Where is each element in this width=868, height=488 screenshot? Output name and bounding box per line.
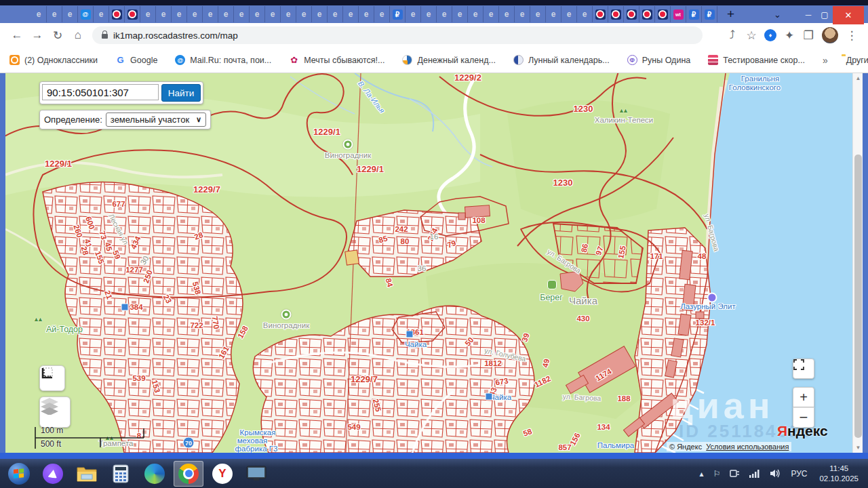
browser-tab[interactable]: е	[47, 6, 62, 22]
bookmark-item[interactable]: Денежный календ...	[402, 55, 495, 65]
bookmark-item[interactable]: ΦРуны Одина	[627, 55, 691, 65]
lock-icon[interactable]	[102, 34, 108, 39]
browser-tab[interactable]: е	[281, 6, 296, 22]
browser-tab[interactable]: е	[374, 6, 390, 22]
browser-tab[interactable]: е	[515, 6, 530, 22]
browser-tab[interactable]: @	[78, 6, 94, 22]
other-bookmarks[interactable]: Другие закладки	[846, 56, 868, 65]
browser-tab[interactable]: ₽	[702, 6, 717, 22]
page-scrollbar[interactable]: ▲ ▼	[852, 73, 863, 453]
volume-icon[interactable]	[770, 469, 781, 478]
language-indicator[interactable]: РУС	[791, 469, 807, 479]
browser-tab[interactable]: е	[250, 6, 265, 22]
browser-tab[interactable]: ₽	[390, 6, 406, 22]
browser-tab[interactable]: е	[499, 6, 515, 22]
profile-avatar[interactable]	[822, 27, 838, 43]
measure-tool-button[interactable]	[39, 365, 65, 391]
reload-icon[interactable]: ↻	[47, 28, 68, 43]
browser-tab[interactable]: е	[343, 6, 359, 22]
browser-tab[interactable]: е	[94, 6, 109, 22]
bookmark-item[interactable]: ✿Мечты сбываются!...	[289, 55, 384, 65]
browser-tab[interactable]: е	[172, 6, 187, 22]
cadastre-search-input[interactable]	[42, 84, 159, 100]
layers-button[interactable]	[39, 396, 71, 428]
taskbar-item-explorer[interactable]	[72, 461, 102, 487]
object-type-select[interactable]: земельный участок ∨	[106, 113, 206, 127]
share-icon[interactable]: ⤴	[723, 28, 742, 42]
browser-tab[interactable]	[655, 6, 671, 22]
home-icon[interactable]: ⌂	[68, 28, 88, 42]
bookmark-item[interactable]: @Mail.Ru: почта, пои...	[175, 55, 271, 65]
back-icon[interactable]: ←	[7, 28, 27, 42]
browser-tab[interactable]: ₽	[686, 6, 702, 22]
search-button[interactable]: Найти	[161, 84, 201, 102]
extensions-puzzle-icon[interactable]: ✦	[780, 28, 799, 43]
fullscreen-button[interactable]	[793, 359, 814, 379]
bookmarks-overflow-chevron[interactable]: »	[823, 55, 828, 66]
browser-tab[interactable]: е	[530, 6, 546, 22]
start-button[interactable]	[4, 461, 34, 487]
forward-icon[interactable]: →	[27, 28, 47, 42]
browser-tab[interactable]: е	[577, 6, 593, 22]
taskbar-item-media-player[interactable]	[241, 461, 271, 487]
new-tab-button[interactable]: +	[727, 7, 734, 22]
minimize-button[interactable]: ─	[800, 6, 816, 24]
browser-tab[interactable]: е	[140, 6, 156, 22]
yandex-logo[interactable]: Яндекс	[777, 423, 828, 439]
browser-tab[interactable]: е	[561, 6, 577, 22]
browser-tab[interactable]: е	[234, 6, 250, 22]
close-button[interactable]: ✕	[833, 6, 864, 24]
browser-tab[interactable]	[608, 6, 624, 22]
extension-icon[interactable]: ♦	[764, 29, 776, 41]
browser-tab[interactable]: е	[406, 6, 421, 22]
sidebar-icon[interactable]: ❐	[799, 28, 818, 43]
browser-tab[interactable]: е	[468, 6, 484, 22]
action-center-flag-icon[interactable]: ⚐	[713, 469, 721, 479]
bookmark-star-icon[interactable]: ☆	[742, 28, 761, 43]
browser-tab[interactable]: е	[359, 6, 374, 22]
browser-tab[interactable]: е	[437, 6, 452, 22]
browser-tab[interactable]: е	[203, 6, 218, 22]
taskbar-item-alisa[interactable]	[38, 461, 68, 487]
scroll-up-icon[interactable]: ▲	[853, 73, 863, 83]
browser-tab[interactable]	[125, 6, 140, 22]
taskbar-item-calculator[interactable]	[106, 461, 136, 487]
maximize-button[interactable]: ▢	[816, 6, 833, 24]
network-icon[interactable]	[730, 469, 740, 478]
taskbar-item-edge[interactable]	[140, 461, 170, 487]
map-canvas[interactable]	[5, 73, 852, 453]
browser-tab[interactable]: е	[296, 6, 312, 22]
browser-tab[interactable]: е	[156, 6, 172, 22]
tab-search-chevron-icon[interactable]: ⌄	[774, 9, 781, 20]
tray-expand-icon[interactable]: ▴	[700, 469, 704, 479]
signal-bars-icon[interactable]	[749, 470, 760, 478]
browser-tab[interactable]: wt	[671, 6, 686, 22]
browser-tab[interactable]: е	[31, 6, 47, 22]
taskbar-item-chrome-active[interactable]	[174, 461, 203, 487]
browser-tab[interactable]: е	[421, 6, 437, 22]
scroll-down-icon[interactable]: ▼	[853, 443, 863, 453]
zoom-in-button[interactable]: +	[793, 387, 814, 407]
browser-tab[interactable]: е	[328, 6, 343, 22]
menu-dots-icon[interactable]: ⋮	[842, 28, 861, 43]
clock[interactable]: 11:45 02.10.2025	[819, 464, 859, 484]
browser-tab[interactable]	[639, 6, 655, 22]
browser-tab[interactable]: е	[265, 6, 281, 22]
browser-tab[interactable]	[109, 6, 125, 22]
address-bar[interactable]: ik1map.roscadastres.com/map	[92, 26, 703, 44]
browser-tab[interactable]	[624, 6, 639, 22]
terms-link[interactable]: Условия использования	[706, 443, 789, 451]
bookmark-item[interactable]: GGoogle	[115, 55, 157, 65]
browser-tab[interactable]: е	[546, 6, 561, 22]
browser-tab[interactable]	[593, 6, 608, 22]
browser-tab[interactable]: е	[62, 6, 78, 22]
scrollbar-thumb[interactable]	[854, 155, 862, 438]
taskbar-item-yandex-browser[interactable]: Y	[208, 461, 237, 487]
bookmark-item[interactable]: Лунный календарь...	[513, 55, 610, 65]
bookmark-item[interactable]: Тестирование скор...	[708, 55, 805, 65]
browser-tab[interactable]: е	[312, 6, 328, 22]
browser-tab[interactable]: е	[187, 6, 203, 22]
page-url[interactable]: ik1map.roscadastres.com/map	[113, 30, 238, 41]
bookmark-item[interactable]: (2) Одноклассники	[9, 55, 98, 65]
browser-tab[interactable]: е	[484, 6, 499, 22]
